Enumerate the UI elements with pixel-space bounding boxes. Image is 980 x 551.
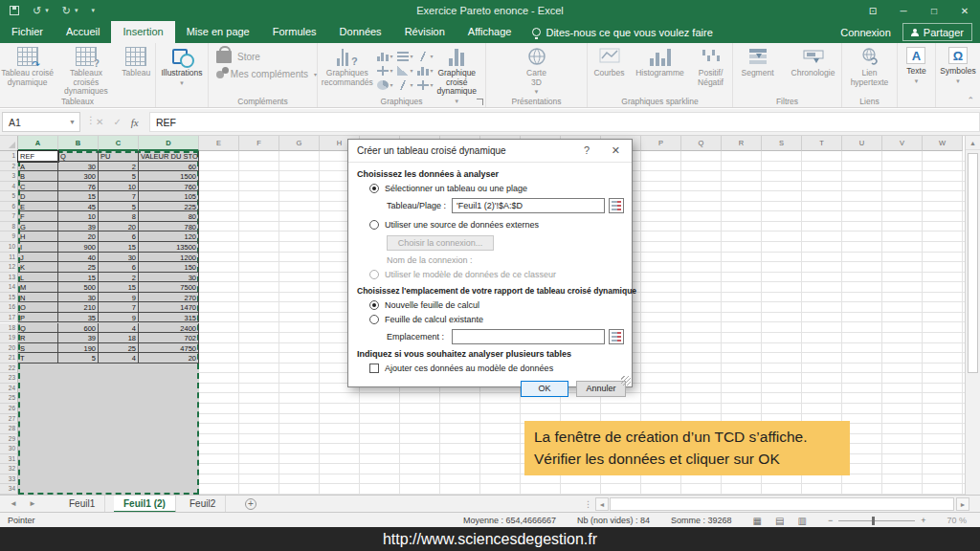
tell-me-box[interactable]: Dites-nous ce que vous voulez faire [532,21,712,43]
radar-chart-button[interactable]: ▾ [377,63,393,77]
scroll-left-icon[interactable]: ◄ [595,497,609,511]
share-button[interactable]: Partager [902,23,972,41]
column-header-F[interactable]: F [239,136,279,151]
column-header-P[interactable]: P [641,136,681,151]
cell[interactable]: S [18,343,58,354]
cell[interactable]: 5 [58,353,99,364]
cell[interactable]: 315 [139,313,199,323]
column-header-Q[interactable]: Q [681,136,722,151]
cell[interactable]: A [18,162,58,172]
collapse-ribbon-icon[interactable]: ⌃ [967,96,974,105]
row-header-18[interactable]: 18 [0,323,18,334]
cell[interactable]: 500 [58,282,99,293]
cell[interactable]: 15 [58,191,99,202]
sparkline-line-button[interactable]: Courbes [589,45,631,78]
name-box[interactable]: A1 ▼ [2,112,80,132]
cell[interactable]: 760 [139,182,199,192]
tab-données[interactable]: Données [328,21,393,43]
cell[interactable]: 20 [58,231,99,242]
sparkline-column-button[interactable]: Histogramme [635,45,686,78]
radio-select-table-range[interactable]: Sélectionner un tableau ou une plage [369,184,527,193]
cell[interactable]: 1500 [139,171,199,182]
cell[interactable]: 25 [58,262,99,273]
cell[interactable]: Q [18,323,58,334]
row-header-7[interactable]: 7 [0,211,18,222]
row-header-14[interactable]: 14 [0,282,18,293]
table-range-field[interactable]: 'Feuil1 (2)'!$A:$D [452,198,605,213]
cell[interactable]: 15 [99,242,139,253]
row-header-22[interactable]: 22 [0,364,18,374]
header-cell[interactable]: VALEUR DU STOCK [139,151,199,162]
row-header-33[interactable]: 33 [0,474,18,485]
cell[interactable]: 900 [58,242,99,253]
scatter-chart-button[interactable]: ▾ [397,77,413,92]
cell[interactable]: 30 [99,253,139,263]
cell[interactable]: D [18,191,58,202]
pivottable-button[interactable]: Tableau croisé dynamique [0,45,55,87]
chevron-down-icon[interactable]: ▼ [69,113,76,132]
scroll-right-icon[interactable]: ► [956,497,969,511]
normal-view-icon[interactable]: ▦ [753,516,762,526]
my-addins-button[interactable]: Mes compléments ▾ [209,65,317,82]
cell[interactable]: 5 [99,171,139,182]
confirm-entry-icon[interactable]: ✓ [113,117,121,127]
tab-insertion[interactable]: Insertion [111,21,174,43]
recommended-pivottables-button[interactable]: Tableaux croisés dynamiques [56,45,115,97]
cell[interactable]: 39 [58,222,99,232]
column-header-W[interactable]: W [923,136,963,151]
column-chart-button[interactable]: ▾ [377,49,393,63]
cell[interactable]: P [18,313,58,323]
row-header-10[interactable]: 10 [0,242,18,253]
cell[interactable]: 2 [99,162,139,172]
hyperlink-button[interactable]: Lien hypertexte [844,45,896,87]
row-header-8[interactable]: 8 [0,222,18,232]
cell[interactable]: 60 [139,162,199,172]
recommended-charts-button[interactable]: Graphiques recommandés [320,45,375,87]
horizontal-scroll-thumb[interactable] [610,497,954,511]
cell[interactable]: 15 [58,273,99,283]
cell[interactable]: 7500 [139,282,199,293]
cell[interactable]: 8 [99,211,139,222]
cell[interactable]: 6 [99,262,139,273]
row-header-12[interactable]: 12 [0,262,18,273]
cell[interactable]: H [18,231,58,242]
cell[interactable]: 20 [99,222,139,232]
column-header-A[interactable]: A [18,136,58,151]
timeline-button[interactable]: Chronologie [787,45,840,78]
row-header-21[interactable]: 21 [0,353,18,364]
tab-révision[interactable]: Révision [393,21,457,43]
column-header-C[interactable]: C [99,136,139,151]
row-header-17[interactable]: 17 [0,313,18,323]
cell[interactable]: 9 [99,313,139,323]
cell[interactable]: E [18,202,58,212]
bar-chart-button[interactable]: ▾ [397,49,413,63]
row-header-23[interactable]: 23 [0,373,18,384]
column-header-B[interactable]: B [58,136,99,151]
cell[interactable]: J [18,253,58,263]
tab-affichage[interactable]: Affichage [457,21,523,43]
horizontal-scrollbar[interactable]: ⋮ ◄ ► [584,497,970,511]
sheet-nav-left-icon[interactable]: ◄ [10,496,17,513]
cell[interactable]: 4 [99,323,139,334]
cell[interactable]: 40 [58,253,99,263]
cancel-button[interactable]: Annuler [576,381,626,397]
vertical-scrollbar[interactable]: ▲ [965,136,980,495]
cancel-entry-icon[interactable]: ✕ [96,117,103,127]
row-header-1[interactable]: 1 [0,151,18,162]
zoom-in-icon[interactable]: + [921,516,925,525]
cell[interactable]: R [18,333,58,343]
cell[interactable]: 7 [99,302,139,313]
column-header-E[interactable]: E [199,136,239,151]
cell[interactable]: 1470 [139,302,199,313]
cell[interactable]: 13500 [139,242,199,253]
tab-accueil[interactable]: Accueil [55,21,111,43]
location-field[interactable] [452,329,605,344]
column-header-U[interactable]: U [842,136,882,151]
row-header-9[interactable]: 9 [0,231,18,242]
sheet-tab-feuil2[interactable]: Feuil2 [180,496,226,513]
sheet-tab-feuil1[interactable]: Feuil1 [59,496,105,513]
cell[interactable]: 105 [139,191,199,202]
cell[interactable]: 45 [58,202,99,212]
row-header-6[interactable]: 6 [0,202,18,212]
column-header-G[interactable]: G [279,136,320,151]
